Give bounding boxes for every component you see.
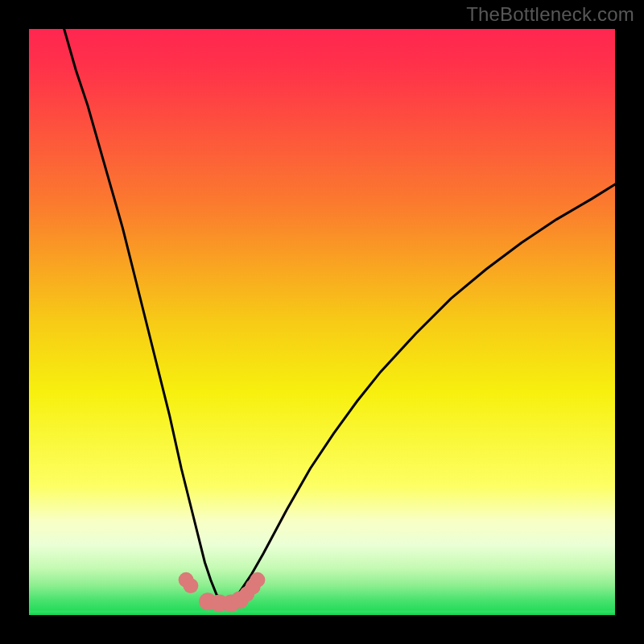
gradient-plot-area	[29, 29, 615, 615]
chart-frame: TheBottleneck.com	[0, 0, 644, 644]
overlay-marker	[250, 572, 265, 588]
overlay-marker	[183, 578, 198, 593]
watermark-text: TheBottleneck.com	[466, 3, 634, 26]
bottleneck-chart	[0, 0, 644, 644]
